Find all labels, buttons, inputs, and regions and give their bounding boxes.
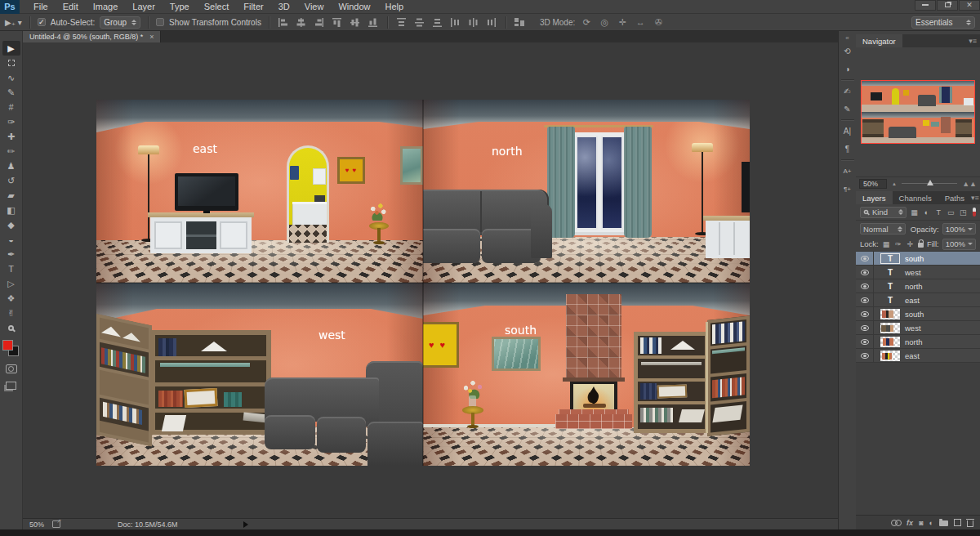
- opacity-value-dropdown[interactable]: 100%: [942, 223, 976, 234]
- layer-row-west-image[interactable]: west: [856, 321, 980, 335]
- zoom-tool[interactable]: [2, 320, 20, 335]
- hand-tool[interactable]: ✌: [2, 306, 20, 320]
- pen-tool[interactable]: ✒: [2, 247, 20, 261]
- distribute-left-edges-icon[interactable]: [449, 16, 462, 28]
- zoom-in-mountain-icon[interactable]: ▲▲: [962, 180, 977, 188]
- filter-smart-objects-icon[interactable]: ◳: [959, 208, 968, 217]
- image-artboard[interactable]: ♥ ♥ east: [96, 100, 750, 466]
- text-layer-thumbnail[interactable]: T: [880, 281, 900, 292]
- export-page-icon[interactable]: [52, 520, 60, 528]
- tab-close-icon[interactable]: ×: [149, 33, 154, 41]
- document-tab[interactable]: Untitled-4 @ 50% (south, RGB/8) * ×: [23, 31, 161, 42]
- menu-3d[interactable]: 3D: [271, 2, 297, 11]
- menu-help[interactable]: Help: [378, 2, 412, 11]
- move-tool[interactable]: ▶: [2, 41, 20, 56]
- text-layer-thumbnail[interactable]: T: [880, 295, 900, 306]
- text-layer-thumbnail[interactable]: T: [880, 267, 900, 278]
- type-tool[interactable]: T: [2, 261, 20, 276]
- visibility-toggle[interactable]: [856, 293, 874, 306]
- text-layer-thumbnail[interactable]: T: [880, 253, 900, 264]
- blend-mode-dropdown[interactable]: Normal: [860, 223, 906, 234]
- layer-row-east-text[interactable]: T east: [856, 293, 980, 307]
- blur-tool[interactable]: ◆: [2, 217, 20, 232]
- 3d-rotate-camera-icon[interactable]: ⟳: [580, 17, 593, 28]
- menu-select[interactable]: Select: [197, 2, 237, 11]
- eraser-tool[interactable]: ▰: [2, 188, 20, 203]
- quick-mask-button[interactable]: [6, 364, 17, 373]
- image-layer-thumbnail[interactable]: [880, 309, 900, 319]
- adjustment-layer-icon[interactable]: ◐: [929, 519, 933, 527]
- visibility-toggle[interactable]: [856, 252, 874, 265]
- visibility-toggle[interactable]: [856, 279, 874, 293]
- menu-file[interactable]: File: [26, 2, 56, 11]
- zoom-out-mountain-icon[interactable]: ▲: [892, 181, 897, 186]
- distribute-vertical-centers-icon[interactable]: [413, 16, 426, 28]
- minimize-button[interactable]: [915, 0, 936, 11]
- distribute-bottom-edges-icon[interactable]: [431, 16, 444, 28]
- navigator-view-proxy[interactable]: [861, 80, 975, 144]
- menu-filter[interactable]: Filter: [236, 2, 270, 11]
- menu-type[interactable]: Type: [163, 2, 197, 11]
- auto-align-layers-icon[interactable]: [514, 16, 527, 28]
- link-layers-icon[interactable]: [891, 520, 901, 525]
- delete-layer-icon[interactable]: [967, 520, 973, 527]
- status-zoom-level[interactable]: 50%: [29, 520, 44, 529]
- align-horizontal-centers-icon[interactable]: [295, 16, 308, 28]
- layer-name[interactable]: north: [905, 282, 923, 291]
- panel-icon-swatches[interactable]: ✍: [840, 82, 856, 100]
- crop-tool[interactable]: #: [2, 100, 20, 114]
- panel-icon-character-styles[interactable]: A+: [840, 162, 856, 180]
- foreground-color-swatch[interactable]: [2, 340, 13, 351]
- 3d-slide-camera-icon[interactable]: ↔: [634, 17, 647, 27]
- navigator-zoom-slider[interactable]: [902, 183, 957, 184]
- layer-row-east-image[interactable]: east: [856, 349, 980, 363]
- spot-healing-tool[interactable]: ✚: [2, 129, 20, 144]
- filter-type-layers-icon[interactable]: T: [934, 208, 943, 217]
- new-layer-icon[interactable]: [954, 519, 961, 526]
- fill-value-dropdown[interactable]: 100%: [942, 239, 976, 250]
- menu-layer[interactable]: Layer: [125, 2, 163, 11]
- expand-panels-icon[interactable]: «: [845, 34, 849, 42]
- panel-icon-brush[interactable]: ✎: [840, 100, 856, 118]
- 3d-pan-camera-icon[interactable]: ✛: [616, 17, 629, 28]
- lock-all-icon[interactable]: [918, 243, 924, 248]
- visibility-toggle[interactable]: [856, 321, 874, 334]
- layer-row-south-text[interactable]: T south: [856, 252, 980, 266]
- layer-name[interactable]: north: [905, 337, 923, 346]
- marquee-tool[interactable]: [2, 56, 20, 70]
- layer-name[interactable]: west: [905, 268, 921, 277]
- lock-transparency-icon[interactable]: ▦: [882, 240, 891, 248]
- custom-shape-tool[interactable]: ❖: [2, 291, 20, 306]
- tab-paths[interactable]: Paths: [938, 191, 971, 204]
- tab-channels[interactable]: Channels: [893, 191, 938, 204]
- layer-row-south-image[interactable]: south: [856, 307, 980, 321]
- gradient-tool[interactable]: ◧: [2, 203, 20, 217]
- menu-edit[interactable]: Edit: [56, 2, 86, 11]
- clone-stamp-tool[interactable]: ♟: [2, 159, 20, 173]
- 3d-roll-camera-icon[interactable]: ◎: [598, 17, 611, 28]
- move-tool-preset-icon[interactable]: ▶₊ ▾: [5, 18, 22, 27]
- restore-button[interactable]: [937, 0, 958, 11]
- brush-tool[interactable]: ✏: [2, 144, 20, 159]
- 3d-zoom-camera-icon[interactable]: ✇: [652, 17, 665, 28]
- panel-menu-icon[interactable]: ▾≡: [969, 37, 980, 45]
- layer-row-north-image[interactable]: north: [856, 335, 980, 349]
- add-layer-mask-icon[interactable]: ◙: [919, 519, 923, 527]
- tab-navigator[interactable]: Navigator: [856, 34, 902, 47]
- panel-menu-icon[interactable]: ▾≡: [971, 194, 980, 202]
- dodge-tool[interactable]: ◒: [2, 232, 20, 247]
- filter-adjustment-layers-icon[interactable]: ◐: [922, 208, 931, 217]
- align-top-edges-icon[interactable]: [331, 16, 344, 28]
- image-layer-thumbnail[interactable]: [880, 351, 900, 361]
- visibility-toggle[interactable]: [856, 266, 874, 279]
- tab-layers[interactable]: Layers: [856, 191, 893, 204]
- lasso-tool[interactable]: ∿: [2, 70, 20, 85]
- navigator-zoom-field[interactable]: 50%: [859, 179, 887, 189]
- visibility-toggle[interactable]: [856, 335, 874, 348]
- layer-name[interactable]: west: [905, 324, 921, 333]
- show-transform-controls-checkbox[interactable]: ✓: [156, 18, 164, 26]
- panel-icon-paragraph[interactable]: ¶: [840, 140, 856, 158]
- screen-mode-button[interactable]: [6, 382, 16, 390]
- align-left-edges-icon[interactable]: [277, 16, 290, 28]
- layer-row-north-text[interactable]: T north: [856, 279, 980, 293]
